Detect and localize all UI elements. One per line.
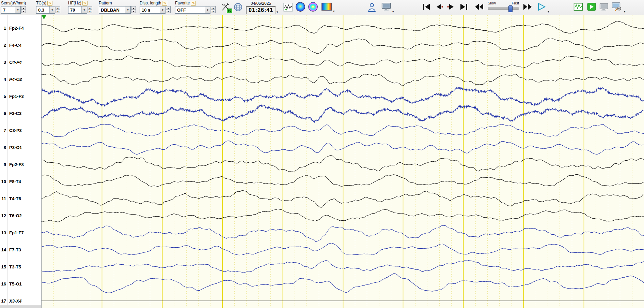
- channel-label-row[interactable]: 14F7-T3: [0, 247, 41, 253]
- rewind-icon: [474, 3, 484, 11]
- skip-to-start-button[interactable]: [422, 3, 431, 11]
- speed-slider-thumb[interactable]: [508, 5, 513, 12]
- favorite-down-button[interactable]: ▼: [211, 10, 216, 13]
- spectrogram-dropdown-arrow[interactable]: ▾: [333, 10, 335, 13]
- prev-screen-button[interactable]: [599, 2, 609, 12]
- edit-pencil-icon[interactable]: ✎: [162, 1, 167, 6]
- sensitivity-dropdown[interactable]: 7 ▾: [1, 6, 21, 14]
- eeg-trace-canvas[interactable]: [42, 15, 644, 308]
- edit-pencil-icon[interactable]: ✎: [191, 1, 196, 6]
- channel-label-row[interactable]: 2F4-C4: [0, 42, 41, 48]
- gutter-scrollbar-strip[interactable]: [0, 305, 41, 308]
- step-forward-button[interactable]: [447, 3, 456, 11]
- play-dropdown-arrow[interactable]: ▾: [548, 10, 549, 13]
- step-back-icon: [435, 3, 443, 11]
- sensitivity-label: Sens(uV/mm): [1, 1, 26, 5]
- channel-label-row[interactable]: 9Fp2-F8: [0, 161, 41, 167]
- channel-label-row[interactable]: 4P4-O2: [0, 76, 41, 82]
- pattern-dropdown[interactable]: DBLBAN ▾: [99, 6, 131, 14]
- toolbar: Sens(uV/mm) 7 ▾ ▲ ▼ TC(s)✎ 0.3 ▾: [0, 0, 644, 15]
- channel-label-row[interactable]: 6F3-C3: [0, 110, 41, 116]
- datetime-dropdown-arrow[interactable]: ▾: [277, 11, 278, 14]
- measure-tool-button[interactable]: 50: [220, 2, 231, 12]
- system-settings-button[interactable]: [611, 2, 623, 12]
- hf-dropdown[interactable]: 70 ▾: [68, 6, 87, 14]
- favorite-dropdown[interactable]: OFF ▾: [175, 6, 210, 14]
- step-back-button[interactable]: [435, 3, 443, 11]
- globe-icon: [234, 3, 242, 12]
- hf-control: HF(Hz)✎ 70 ▾ ▲ ▼: [68, 1, 92, 14]
- chevron-down-icon: ▾: [15, 6, 20, 13]
- spectrogram-button[interactable]: [321, 3, 332, 11]
- channel-label-row[interactable]: 13Fp1-F7: [0, 230, 41, 236]
- settings-dropdown-arrow[interactable]: ▾: [624, 10, 626, 13]
- measure-badge: 50: [227, 9, 232, 13]
- channel-label-row[interactable]: 5Fp1-F3: [0, 93, 41, 99]
- channel-label-row[interactable]: 11T4-T6: [0, 195, 41, 202]
- skip-end-icon: [459, 3, 469, 11]
- tc-down-button[interactable]: ▼: [56, 10, 60, 13]
- channel-label-row[interactable]: 12T6-O2: [0, 212, 41, 219]
- person-icon: [368, 2, 376, 12]
- gutter-divider: [7, 15, 8, 305]
- channel-name: Fp2-F8: [9, 162, 24, 167]
- time-display: 01:26:41: [246, 6, 276, 14]
- video-monitor-dropdown-arrow[interactable]: ▾: [392, 10, 394, 13]
- position-marker-icon[interactable]: [42, 15, 46, 19]
- channel-number: 7: [0, 128, 6, 133]
- channel-name: P4-O2: [9, 77, 22, 82]
- channel-name: P3-O1: [9, 145, 22, 150]
- channel-name: F4-C4: [9, 43, 21, 48]
- edit-pencil-icon[interactable]: ✎: [47, 1, 52, 6]
- hf-down-button[interactable]: ▼: [88, 10, 92, 13]
- montage-globe-button[interactable]: [233, 2, 243, 12]
- rewind-button[interactable]: [474, 3, 484, 11]
- waveform-icon: [283, 3, 293, 12]
- channel-label-row[interactable]: 15T3-T5: [0, 264, 41, 270]
- channel-number: 6: [0, 111, 6, 116]
- channel-name: X3-X4: [9, 298, 21, 304]
- live-play-button[interactable]: [586, 2, 597, 12]
- channel-label-row[interactable]: 8P3-O1: [0, 144, 41, 150]
- display-length-dropdown[interactable]: 10 s ▾: [140, 6, 166, 14]
- channel-number: 13: [0, 230, 6, 235]
- channel-number: 3: [0, 60, 6, 65]
- channel-name: F7-T3: [9, 247, 21, 252]
- play-icon: [537, 2, 546, 11]
- fast-forward-icon: [522, 3, 533, 11]
- channel-label-row[interactable]: 1Fp2-F4: [0, 25, 41, 31]
- channel-label-row[interactable]: 16T5-O1: [0, 281, 41, 287]
- waveform-graph-button[interactable]: [283, 2, 294, 12]
- edit-pencil-icon[interactable]: ✎: [82, 1, 88, 6]
- video-monitor-button[interactable]: [381, 2, 392, 12]
- sensitivity-value: 7: [1, 8, 5, 13]
- live-eeg-button[interactable]: [573, 2, 584, 12]
- favorite-value: OFF: [175, 8, 186, 13]
- channel-label-row[interactable]: 3C4-P4: [0, 59, 41, 65]
- tc-dropdown[interactable]: 0.3 ▾: [36, 6, 55, 14]
- display-length-down-button[interactable]: ▼: [166, 10, 171, 13]
- fast-forward-button[interactable]: [522, 3, 533, 11]
- display-length-control: Disp. length✎ 10 s ▾ ▲ ▼: [140, 1, 171, 14]
- channel-number: 9: [0, 162, 6, 167]
- eeg-viewer: Sens(uV/mm) 7 ▾ ▲ ▼ TC(s)✎ 0.3 ▾: [0, 0, 644, 308]
- sensitivity-down-button[interactable]: ▼: [21, 10, 26, 13]
- datetime-display[interactable]: 04/06/2025 01:26:41: [246, 1, 276, 14]
- pattern-down-button[interactable]: ▼: [131, 10, 136, 13]
- color-map-button[interactable]: [308, 2, 318, 12]
- brain-map-button[interactable]: [296, 2, 305, 12]
- chevron-down-icon: ▾: [125, 6, 130, 13]
- channel-gutter: 1Fp2-F42F4-C43C4-P44P4-O25Fp1-F36F3-C37C…: [0, 15, 42, 308]
- channel-name: Fp1-F7: [9, 230, 24, 235]
- channel-label-row[interactable]: 17X3-X4: [0, 298, 41, 304]
- channel-label-row[interactable]: 7C3-P3: [0, 127, 41, 133]
- channel-label-row[interactable]: 10F8-T4: [0, 178, 41, 185]
- speed-slider-track[interactable]: [488, 8, 519, 10]
- skip-to-end-button[interactable]: [459, 3, 469, 11]
- brain-map-icon: [296, 2, 305, 12]
- play-button[interactable]: [537, 2, 546, 11]
- step-forward-icon: [447, 3, 456, 11]
- fast-label: Fast: [512, 1, 519, 5]
- patient-info-button[interactable]: [367, 2, 377, 13]
- channel-name: F3-C3: [9, 111, 21, 116]
